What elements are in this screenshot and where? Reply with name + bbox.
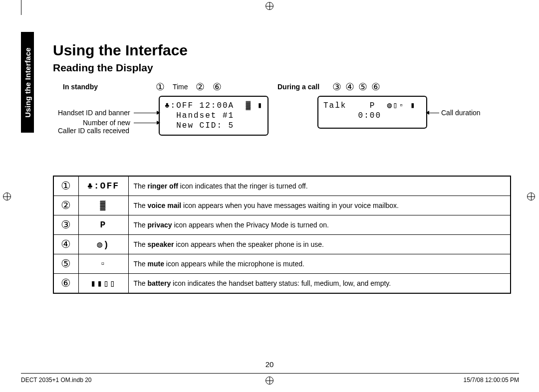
standby-heading: In standby: [63, 83, 98, 91]
row-number: ⑥: [53, 274, 78, 294]
registration-mark-icon: [266, 2, 273, 10]
page-content: Using the Interface Reading the Display …: [53, 42, 517, 294]
page-subtitle: Reading the Display: [53, 62, 517, 74]
row-description: The speaker icon appears when the speake…: [128, 235, 511, 254]
page-number: 20: [0, 360, 539, 369]
annotation-text: Handset ID and banner: [58, 109, 130, 117]
row-icon: P: [78, 215, 128, 235]
annotation-call-duration: Call duration: [441, 109, 481, 117]
table-row: ④◍)The speaker icon appears when the spe…: [53, 235, 511, 254]
registration-mark-icon: [3, 193, 11, 200]
table-row: ②▓The voice mail icon appears when you h…: [53, 196, 511, 215]
section-tab-label: Using the Interface: [23, 47, 32, 118]
footer-filename: DECT 2035+1 OM.indb 20: [21, 377, 92, 384]
marker-6b: ⑥: [371, 81, 380, 92]
row-number: ③: [53, 215, 78, 235]
table-row: ⑥▮▮▯▯The battery icon indicates the hand…: [53, 274, 511, 294]
marker-2: ②: [196, 81, 205, 92]
lcd-line: ♣:OFF 12:00A ▓ ▮: [165, 101, 263, 110]
crop-mark: [21, 0, 21, 15]
marker-6: ⑥: [213, 81, 222, 92]
lcd-line: Handset #1: [165, 111, 234, 120]
icon-legend-table: ①♣:OFFThe ringer off icon indicates that…: [53, 176, 511, 294]
row-icon: ▓: [78, 196, 128, 215]
row-number: ①: [53, 176, 78, 196]
table-row: ①♣:OFFThe ringer off icon indicates that…: [53, 176, 511, 196]
marker-3: ③: [332, 81, 341, 92]
lcd-line: Talk P ◍▯▫ ▮: [323, 101, 416, 110]
table-row: ⑤▫The mute icon appears while the microp…: [53, 254, 511, 274]
row-icon: ◍): [78, 235, 128, 254]
row-description: The ringer off icon indicates that the r…: [128, 176, 511, 196]
row-number: ④: [53, 235, 78, 254]
row-number: ⑤: [53, 254, 78, 274]
marker-4: ④: [345, 81, 354, 92]
during-call-heading: During a call: [277, 83, 319, 91]
lcd-line: New CID: 5: [165, 121, 234, 130]
annotation-new-cid: Number of new: [83, 119, 130, 127]
row-icon: ♣:OFF: [78, 176, 128, 196]
row-number: ②: [53, 196, 78, 215]
annotation-handset-id: Handset ID and banner: [58, 109, 130, 117]
footer-timestamp: 15/7/08 12:00:05 PM: [464, 377, 519, 384]
display-examples: In standby During a call ① Time ② ⑥ ③ ④ …: [53, 81, 517, 176]
lcd-call: Talk P ◍▯▫ ▮ 0:00: [317, 96, 427, 129]
annotation-text: Call duration: [441, 109, 481, 117]
arrow-right-icon: [157, 121, 160, 125]
time-label: Time: [173, 83, 188, 91]
arrow-left-icon: [426, 111, 429, 115]
marker-1: ①: [156, 81, 165, 92]
section-tab: Using the Interface: [21, 32, 34, 133]
marker-5: ⑤: [358, 81, 367, 92]
lcd-line: 0:00: [323, 111, 381, 120]
row-description: The voice mail icon appears when you hav…: [128, 196, 511, 215]
page-title: Using the Interface: [53, 42, 517, 59]
annotation-text: Number of new: [83, 119, 130, 127]
arrow-right-icon: [157, 111, 160, 115]
registration-mark-icon: [527, 193, 535, 200]
during-markers: ③ ④ ⑤ ⑥: [331, 81, 381, 93]
annotation-new-cid-2: Caller ID calls received: [58, 127, 129, 135]
row-icon: ▫: [78, 254, 128, 274]
row-description: The privacy icon appears when the Privac…: [128, 215, 511, 235]
table-row: ③PThe privacy icon appears when the Priv…: [53, 215, 511, 235]
row-icon: ▮▮▯▯: [78, 274, 128, 294]
row-description: The mute icon appears while the micropho…: [128, 254, 511, 274]
print-footer: DECT 2035+1 OM.indb 20 15/7/08 12:00:05 …: [21, 373, 519, 384]
standby-markers: ① Time ② ⑥: [153, 81, 225, 93]
row-description: The battery icon indicates the handset b…: [128, 274, 511, 294]
lcd-standby: ♣:OFF 12:00A ▓ ▮ Handset #1 New CID: 5: [159, 96, 269, 136]
